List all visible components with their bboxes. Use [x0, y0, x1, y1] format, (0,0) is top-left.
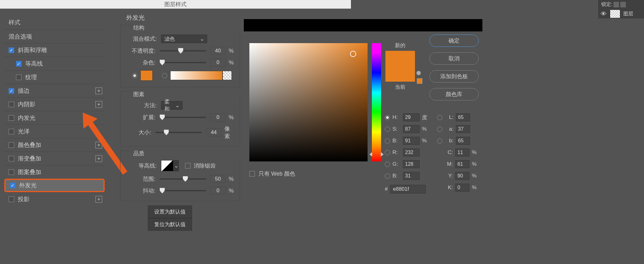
jitter-input[interactable] [210, 187, 226, 195]
style-label: 光泽 [18, 128, 30, 136]
gradient-swatch[interactable] [170, 71, 223, 80]
styles-header[interactable]: 样式 [4, 15, 105, 30]
style-row-bevel[interactable]: ✓ 斜面和浮雕 [4, 43, 105, 57]
style-label: 内发光 [18, 114, 35, 122]
checkbox-icon[interactable] [9, 115, 14, 121]
hue-slider-thumb[interactable] [369, 152, 384, 156]
checkbox-icon[interactable]: ✓ [9, 88, 14, 94]
set-default-button[interactable]: 设置为默认值 [148, 205, 192, 218]
style-row-color-overlay[interactable]: 颜色叠加 + [4, 138, 105, 152]
labb-input[interactable] [456, 137, 470, 145]
gamut-warning-icon[interactable]: ⬢ [416, 70, 421, 76]
method-select[interactable]: 柔和 [161, 101, 183, 110]
noise-slider[interactable] [160, 62, 206, 63]
checkbox-icon[interactable]: ✓ [10, 183, 15, 188]
ok-button[interactable]: 确定 [429, 35, 479, 47]
reset-default-button[interactable]: 复位为默认值 [148, 218, 192, 231]
structure-fieldset: 结构 混合模式: 滤色 不透明度: % 杂色: % [120, 25, 240, 87]
add-effect-icon[interactable]: + [95, 101, 102, 108]
a-radio[interactable] [437, 127, 442, 132]
layer-thumbnail[interactable] [610, 10, 620, 18]
range-slider[interactable] [160, 178, 206, 180]
g-input[interactable] [403, 160, 420, 168]
gradient-radio[interactable] [162, 73, 167, 78]
style-row-contour[interactable]: ✓ 等高线 [4, 57, 105, 70]
hex-input[interactable] [390, 185, 426, 193]
style-label: 描边 [18, 87, 30, 95]
lock-pixels-icon[interactable] [614, 2, 619, 7]
visibility-eye-icon[interactable]: 👁 [601, 10, 607, 18]
checkbox-icon[interactable] [9, 156, 14, 161]
s-radio[interactable] [385, 127, 390, 132]
spread-slider[interactable] [160, 117, 206, 118]
outer-glow-panel: 外发光 结构 混合模式: 滤色 不透明度: % 杂色: % 图素 [114, 12, 246, 231]
add-swatch-button[interactable]: 添加到色板 [429, 70, 479, 83]
hue-slider[interactable] [372, 43, 381, 161]
c-input[interactable] [455, 148, 469, 156]
l-radio[interactable] [437, 115, 442, 120]
checkbox-icon[interactable] [9, 197, 14, 202]
b2-radio[interactable] [385, 173, 390, 179]
checkbox-icon[interactable] [9, 129, 14, 134]
y-input[interactable] [455, 172, 469, 180]
current-color-swatch[interactable] [385, 66, 415, 82]
add-effect-icon[interactable]: + [95, 155, 102, 162]
m-input[interactable] [455, 160, 469, 168]
contour-dropdown-icon[interactable]: ⌄ [173, 160, 179, 171]
gradient-dropdown-icon[interactable] [223, 71, 232, 80]
a-input[interactable] [456, 125, 470, 133]
add-effect-icon[interactable]: + [95, 87, 102, 94]
range-input[interactable] [210, 175, 226, 183]
style-row-outer-glow[interactable]: ✓ 外发光 [4, 179, 105, 192]
blend-mode-select[interactable]: 滤色 [161, 35, 207, 43]
opacity-slider[interactable] [160, 50, 206, 51]
h-radio[interactable] [385, 115, 390, 120]
blend-options-row[interactable]: 混合选项 [4, 30, 105, 43]
add-effect-icon[interactable]: + [95, 196, 102, 203]
checkbox-icon[interactable] [9, 102, 14, 107]
opacity-input[interactable] [210, 47, 226, 55]
b-radio[interactable] [385, 138, 390, 144]
new-color-swatch [385, 51, 415, 66]
web-only-checkbox[interactable] [249, 171, 255, 177]
spread-input[interactable] [210, 113, 226, 121]
sat-cursor-icon[interactable] [350, 51, 356, 57]
checkbox-icon[interactable] [9, 142, 14, 148]
h-input[interactable] [403, 113, 420, 121]
b-input[interactable] [403, 137, 420, 145]
lock-position-icon[interactable] [620, 2, 626, 7]
style-row-stroke[interactable]: ✓ 描边 + [4, 84, 105, 97]
s-input[interactable] [403, 125, 420, 133]
saturation-brightness-box[interactable] [249, 43, 368, 161]
layer-name[interactable]: 图层 [623, 11, 633, 17]
r-radio[interactable] [385, 150, 390, 155]
b2-input[interactable] [403, 172, 420, 180]
solid-color-radio[interactable] [132, 73, 137, 78]
checkbox-icon[interactable]: ✓ [16, 61, 22, 67]
contour-swatch[interactable] [161, 160, 173, 171]
jitter-slider[interactable] [160, 190, 206, 191]
color-lib-button[interactable]: 颜色库 [429, 88, 479, 100]
g-radio[interactable] [385, 162, 390, 167]
labb-radio[interactable] [437, 138, 442, 144]
checkbox-icon[interactable] [9, 169, 14, 175]
antialias-checkbox[interactable] [185, 163, 191, 169]
checkbox-icon[interactable] [16, 75, 22, 80]
cancel-button[interactable]: 取消 [429, 52, 479, 65]
web-safe-swatch[interactable] [417, 78, 422, 84]
style-row-gradient-overlay[interactable]: 渐变叠加 + [4, 152, 105, 165]
checkbox-icon[interactable]: ✓ [9, 47, 14, 53]
size-slider[interactable] [155, 132, 202, 133]
style-row-texture[interactable]: 纹理 [4, 70, 105, 84]
method-label: 方法: [127, 102, 157, 109]
size-input[interactable] [206, 128, 221, 136]
glow-color-swatch[interactable] [140, 70, 153, 81]
layer-row[interactable]: 👁 图层 [599, 9, 644, 19]
l-input[interactable] [456, 113, 470, 121]
r-input[interactable] [403, 148, 420, 156]
color-picker-titlebar[interactable] [244, 19, 482, 31]
style-row-pattern-overlay[interactable]: 图案叠加 [4, 165, 105, 179]
noise-input[interactable] [210, 59, 226, 67]
k-input[interactable] [455, 184, 469, 192]
style-row-drop-shadow[interactable]: 投影 + [4, 192, 105, 206]
